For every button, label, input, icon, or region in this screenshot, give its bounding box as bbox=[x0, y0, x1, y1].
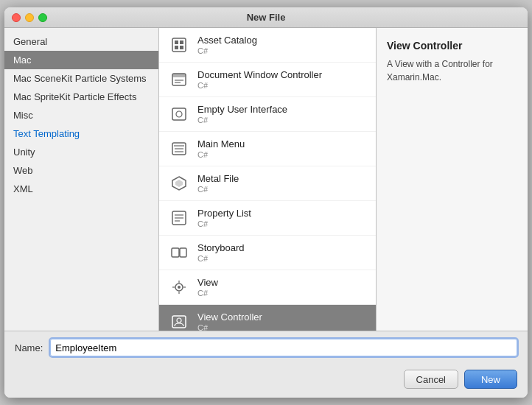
maximize-button[interactable] bbox=[38, 13, 47, 22]
svg-rect-0 bbox=[172, 38, 186, 52]
file-sub-empty-ui: C# bbox=[197, 116, 287, 124]
file-sub-storyboard: C# bbox=[197, 254, 245, 263]
file-sub-view-controller: C# bbox=[197, 323, 262, 331]
file-item-asset-catalog[interactable]: Asset CatalogC# bbox=[159, 28, 376, 63]
file-item-property-list[interactable]: Property ListC# bbox=[159, 201, 376, 236]
svg-point-10 bbox=[176, 111, 182, 117]
svg-rect-9 bbox=[172, 108, 186, 120]
file-name-storyboard: Storyboard bbox=[197, 242, 245, 253]
sidebar-item-xml[interactable]: XML bbox=[4, 180, 158, 198]
file-item-main-menu[interactable]: Main MenuC# bbox=[159, 132, 376, 166]
file-item-doc-window[interactable]: Document Window ControllerC# bbox=[159, 63, 376, 97]
file-name-doc-window: Document Window Controller bbox=[197, 69, 322, 80]
file-item-empty-ui[interactable]: Empty User InterfaceC# bbox=[159, 97, 376, 132]
file-list: Asset CatalogC# Document Window Controll… bbox=[159, 28, 377, 331]
name-bar: Name: bbox=[4, 331, 528, 364]
svg-point-25 bbox=[178, 286, 181, 289]
file-sub-doc-window: C# bbox=[197, 81, 322, 90]
file-sub-main-menu: C# bbox=[197, 150, 245, 159]
file-name-main-menu: Main Menu bbox=[197, 138, 245, 149]
doc-window-icon bbox=[168, 68, 190, 91]
main-content: GeneralMacMac SceneKit Particle SystemsM… bbox=[4, 28, 528, 331]
name-input[interactable] bbox=[50, 339, 517, 356]
sidebar-item-mac[interactable]: Mac bbox=[4, 51, 158, 69]
view-controller-icon bbox=[168, 311, 190, 331]
name-label: Name: bbox=[15, 342, 43, 353]
detail-title: View Controller bbox=[387, 40, 517, 52]
sidebar-item-unity[interactable]: Unity bbox=[4, 143, 158, 161]
svg-rect-2 bbox=[180, 40, 183, 44]
sidebar-item-misc[interactable]: Misc bbox=[4, 106, 158, 124]
file-sub-property-list: C# bbox=[197, 219, 251, 228]
file-sub-metal-file: C# bbox=[197, 185, 239, 194]
window-title: New File bbox=[247, 12, 286, 23]
file-name-metal-file: Metal File bbox=[197, 173, 239, 184]
sidebar-item-general[interactable]: General bbox=[4, 32, 158, 51]
file-item-metal-file[interactable]: Metal FileC# bbox=[159, 166, 376, 201]
sidebar-item-text-templating[interactable]: Text Templating bbox=[4, 124, 158, 143]
file-name-asset-catalog: Asset Catalog bbox=[197, 35, 257, 46]
titlebar: New File bbox=[4, 7, 528, 28]
view-icon bbox=[168, 276, 190, 298]
detail-panel: View Controller A View with a Controller… bbox=[377, 28, 528, 331]
file-sub-view: C# bbox=[197, 289, 218, 297]
svg-point-31 bbox=[177, 318, 181, 323]
close-button[interactable] bbox=[12, 13, 21, 22]
metal-file-icon bbox=[168, 172, 190, 194]
svg-marker-16 bbox=[175, 180, 183, 187]
sidebar: GeneralMacMac SceneKit Particle SystemsM… bbox=[4, 28, 159, 331]
file-item-view-controller[interactable]: View ControllerC# bbox=[159, 305, 376, 331]
sidebar-item-mac-scenekit[interactable]: Mac SceneKit Particle Systems bbox=[4, 69, 158, 88]
sidebar-item-mac-spritekit[interactable]: Mac SpriteKit Particle Effects bbox=[4, 88, 158, 106]
new-file-dialog: New File GeneralMacMac SceneKit Particle… bbox=[4, 7, 528, 398]
main-menu-icon bbox=[168, 138, 190, 160]
svg-rect-22 bbox=[180, 248, 186, 257]
storyboard-icon bbox=[168, 242, 190, 264]
file-name-view-controller: View Controller bbox=[197, 311, 262, 323]
sidebar-item-web[interactable]: Web bbox=[4, 161, 158, 180]
asset-catalog-icon bbox=[168, 34, 190, 56]
file-name-property-list: Property List bbox=[197, 208, 251, 219]
file-item-storyboard[interactable]: StoryboardC# bbox=[159, 236, 376, 270]
svg-rect-4 bbox=[180, 46, 183, 49]
traffic-lights bbox=[12, 13, 47, 22]
detail-description: A View with a Controller for Xamarin.Mac… bbox=[387, 57, 517, 84]
svg-rect-3 bbox=[175, 46, 178, 49]
svg-rect-6 bbox=[172, 74, 186, 77]
svg-rect-1 bbox=[175, 40, 178, 44]
file-name-empty-ui: Empty User Interface bbox=[197, 104, 287, 115]
file-sub-asset-catalog: C# bbox=[197, 46, 257, 55]
file-name-view: View bbox=[197, 277, 218, 288]
svg-rect-21 bbox=[172, 248, 179, 257]
property-list-icon bbox=[168, 207, 190, 229]
empty-ui-icon bbox=[168, 103, 190, 125]
new-button[interactable]: New bbox=[464, 370, 517, 389]
button-row: Cancel New bbox=[4, 364, 528, 398]
minimize-button[interactable] bbox=[25, 13, 34, 22]
cancel-button[interactable]: Cancel bbox=[404, 370, 458, 389]
file-item-view[interactable]: ViewC# bbox=[159, 270, 376, 305]
